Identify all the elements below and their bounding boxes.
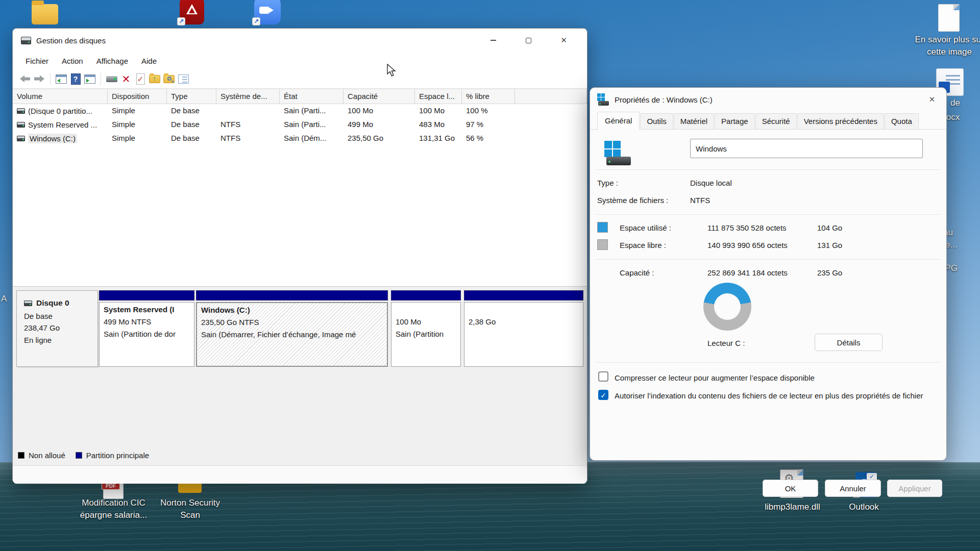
forward-button[interactable] <box>32 72 46 86</box>
column-header-espace[interactable]: Espace l... <box>415 89 462 104</box>
info-page-icon[interactable] <box>938 4 960 32</box>
partition-system-reserved[interactable]: System Reserved (I 499 Mo NTFS Sain (Par… <box>99 290 194 367</box>
partition-recovery[interactable]: 100 Mo Sain (Partition <box>391 290 461 367</box>
label-fragment: e... <box>945 240 958 250</box>
capacity-donut <box>703 283 751 331</box>
graphical-view: Disque 0 De base 238,47 Go En ligne Syst… <box>13 286 587 484</box>
dialog-close-button[interactable]: ✕ <box>923 91 941 108</box>
tab-general[interactable]: Général <box>597 112 640 130</box>
desktop-icon-label-outlook[interactable]: Outlook <box>827 501 901 513</box>
volume-icon <box>17 108 25 114</box>
acrobat-shortcut-icon[interactable]: ↗ <box>180 0 204 24</box>
capacity-label: Capacité : <box>620 268 654 277</box>
back-icon <box>20 76 30 83</box>
capacity-size: 235 Go <box>817 268 842 277</box>
legend: Non alloué Partition principale <box>18 451 149 460</box>
tab-outils[interactable]: Outils <box>640 113 673 129</box>
info-icon-label[interactable]: En savoir plus sur cette image <box>898 34 980 58</box>
action-pane-button[interactable] <box>83 72 97 86</box>
properties-button[interactable] <box>176 72 190 86</box>
free-space-swatch <box>597 239 608 250</box>
desktop-icon-label-libmp3lame[interactable]: libmp3lame.dll <box>745 501 840 513</box>
tab-securite[interactable]: Sécurité <box>755 113 797 129</box>
minimize-button[interactable] <box>479 32 507 49</box>
disk-management-window: Gestion des disques ✕ Fichier Action Aff… <box>12 28 587 483</box>
explore-button[interactable] <box>162 72 176 86</box>
column-header-etat[interactable]: État <box>280 89 344 104</box>
column-header-type[interactable]: Type <box>167 89 216 104</box>
titlebar[interactable]: Gestion des disques ✕ <box>13 29 587 52</box>
console-tree-button[interactable] <box>54 72 68 86</box>
menu-action[interactable]: Action <box>55 54 90 68</box>
column-header-disposition[interactable]: Disposition <box>108 89 167 104</box>
menu-aide[interactable]: Aide <box>135 54 163 68</box>
compress-checkbox-label[interactable]: Compresser ce lecteur pour augmenter l’e… <box>615 372 931 384</box>
desktop-icon-label-norton[interactable]: Norton Security Scan <box>145 497 235 521</box>
tab-versions-precedentes[interactable]: Versions précédentes <box>797 113 884 129</box>
menu-fichier[interactable]: Fichier <box>19 54 55 68</box>
table-row-selected[interactable]: Windows (C:) Simple De base NTFS Sain (D… <box>13 132 587 145</box>
drive-letter-label: Lecteur C : <box>707 339 745 347</box>
dialog-titlebar[interactable]: Propriétés de : Windows (C:) ✕ <box>590 88 946 111</box>
partition-color-bar <box>391 290 461 300</box>
extend-button[interactable]: ↑ <box>148 72 162 86</box>
column-header-capacite[interactable]: Capacité <box>344 89 415 104</box>
type-value: Disque local <box>690 179 732 187</box>
used-space-bytes: 111 875 350 528 octets <box>707 223 787 232</box>
apply-button[interactable]: Appliquer <box>887 480 942 497</box>
drive-icon-large <box>604 141 631 165</box>
mouse-cursor <box>386 64 398 77</box>
partition-color-bar <box>196 290 388 300</box>
partition-windows-c[interactable]: Windows (C:) 235,50 Go NTFS Sain (Démarr… <box>196 290 388 367</box>
close-button[interactable]: ✕ <box>550 32 578 49</box>
cancel-button[interactable]: Annuler <box>825 480 881 497</box>
close-icon: ✕ <box>560 36 567 45</box>
table-row[interactable]: (Disque 0 partitio... Simple De base Sai… <box>13 104 587 118</box>
free-space-label: Espace libre : <box>620 241 666 249</box>
menu-affichage[interactable]: Affichage <box>90 54 135 68</box>
folder-icon[interactable] <box>32 4 58 24</box>
menu-bar: Fichier Action Affichage Aide <box>13 52 587 69</box>
desktop: { "icons": { "help_glyph": "?", "close_g… <box>0 0 980 551</box>
help-button[interactable]: ? <box>68 72 83 86</box>
toolbar: ? ✕ ✓ ↑ <box>13 69 587 89</box>
delete-button[interactable]: ✕ <box>119 72 133 86</box>
tab-partage[interactable]: Partage <box>715 113 755 129</box>
maximize-icon <box>526 38 531 43</box>
acrobat-glyph <box>186 4 198 14</box>
back-button[interactable] <box>18 72 32 86</box>
column-header-libre[interactable]: % libre <box>462 89 515 104</box>
volume-label-input[interactable] <box>690 139 923 158</box>
disk0-panel[interactable]: Disque 0 De base 238,47 Go En ligne <box>16 290 98 367</box>
used-space-swatch <box>597 222 608 233</box>
disk-icon <box>24 300 32 306</box>
details-button[interactable]: Détails <box>815 334 883 351</box>
column-header-systeme[interactable]: Système de... <box>216 89 280 104</box>
used-space-label: Espace utilisé : <box>620 223 671 232</box>
zoom-shortcut-icon[interactable]: ↗ <box>254 0 281 24</box>
rescan-disk-icon <box>106 76 117 82</box>
table-row[interactable]: System Reserved ... Simple De base NTFS … <box>13 118 587 132</box>
used-space-size: 104 Go <box>817 223 842 232</box>
general-tab-page: Type : Disque local Système de fichiers … <box>590 130 946 460</box>
index-checkbox[interactable]: ✓ <box>598 390 608 400</box>
folder-up-icon: ↑ <box>149 75 160 83</box>
tab-materiel[interactable]: Matériel <box>674 113 714 129</box>
mark-active-button[interactable]: ✓ <box>133 72 148 86</box>
shortcut-arrow-icon: ↗ <box>252 17 260 26</box>
column-header-volume[interactable]: Volume <box>13 89 108 104</box>
partition-last[interactable]: 2,38 Go <box>464 290 583 367</box>
properties-icon <box>178 74 189 84</box>
maximize-button[interactable] <box>514 32 543 49</box>
column-header-filler <box>515 89 587 104</box>
compress-checkbox[interactable] <box>598 371 608 382</box>
rescan-button[interactable] <box>105 72 119 86</box>
table-header-row: Volume Disposition Type Système de... Ét… <box>13 89 587 104</box>
delete-icon: ✕ <box>122 73 131 85</box>
legend-primary-partition: Partition principale <box>76 451 149 460</box>
tab-quota[interactable]: Quota <box>885 113 919 129</box>
index-checkbox-label[interactable]: Autoriser l’indexation du contenu des fi… <box>615 390 928 402</box>
properties-dialog: Propriétés de : Windows (C:) ✕ Général O… <box>590 87 947 461</box>
action-pane-icon <box>84 74 95 84</box>
ok-button[interactable]: OK <box>763 480 818 497</box>
